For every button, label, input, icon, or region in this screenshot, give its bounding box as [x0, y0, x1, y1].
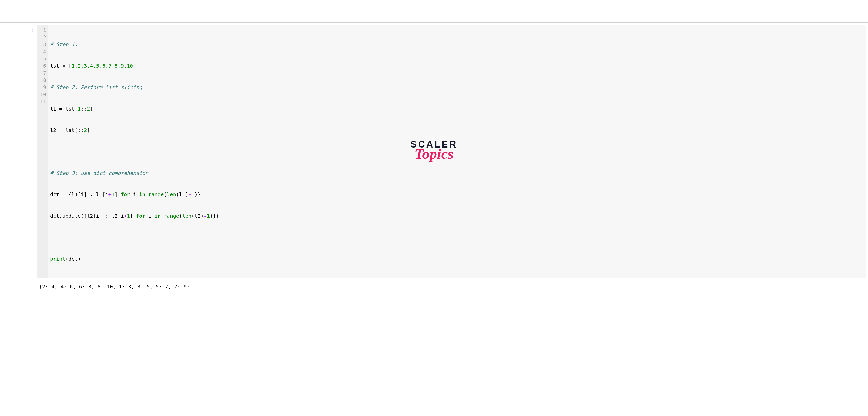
- code-line-8: dct = {l1[i] : l1[i+1] for i in range(le…: [50, 191, 864, 198]
- line-number: 9: [40, 84, 46, 91]
- line-number: 8: [40, 76, 46, 84]
- code-line-3: # Step 2: Perform list slicing: [50, 84, 864, 91]
- cell-output: {2: 4, 4: 6, 6: 8, 8: 10, 1: 3, 3: 5, 5:…: [37, 283, 868, 290]
- code-line-7: # Step 3: use dict comprehension: [50, 169, 864, 177]
- code-line-2: lst = [1,2,3,4,5,6,7,8,9,10]: [50, 62, 864, 69]
- line-number: 10: [40, 91, 46, 98]
- code-line-4: l1 = lst[1::2]: [50, 105, 864, 112]
- code-line-5: l2 = lst[::2]: [50, 127, 864, 134]
- line-number: 1: [40, 27, 46, 34]
- line-number: 11: [40, 98, 46, 105]
- line-number: 5: [40, 55, 46, 62]
- code-line-1: # Step 1:: [50, 41, 864, 48]
- line-number: 3: [40, 41, 46, 48]
- line-number: 7: [40, 69, 46, 76]
- code-line-10: [50, 234, 864, 241]
- scaler-logo: SCALER Topics: [0, 139, 868, 164]
- code-line-9: dct.update({l2[i] : l2[i+1] for i in ran…: [50, 212, 864, 220]
- logo-text-topics: Topics: [414, 145, 454, 162]
- code-line-11: print(dct): [50, 255, 864, 262]
- line-number: 6: [40, 62, 46, 69]
- line-number: 4: [40, 48, 46, 55]
- line-number: 2: [40, 34, 46, 41]
